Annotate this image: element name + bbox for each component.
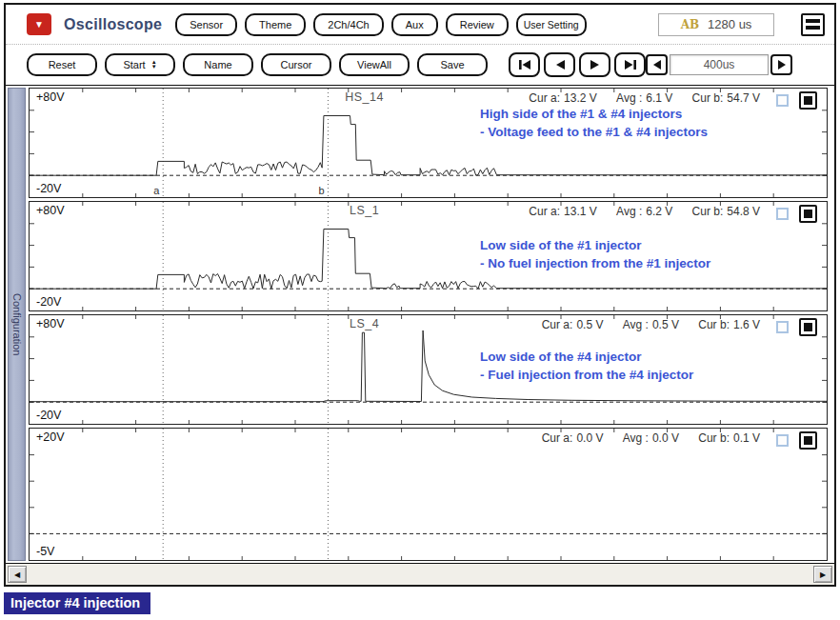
configuration-label: Configuration	[11, 293, 23, 355]
scope-area: Configuration ab +80V -20V HS_14 Cur a:1…	[6, 85, 834, 564]
channel-select-checkbox[interactable]	[776, 321, 789, 333]
channel-mode-button[interactable]: 2Ch/4Ch	[313, 13, 383, 36]
measurements: Cur a:13.2 V Avg :6.1 V Cur b:54.7 V	[529, 91, 760, 105]
voltage-min-label: -20V	[36, 295, 61, 309]
name-button[interactable]: Name	[183, 53, 253, 76]
cur-b-label: Cur b:	[698, 431, 730, 445]
cursor-button[interactable]: Cursor	[261, 53, 331, 76]
header-bar: ▼ Oscilloscope Sensor Theme 2Ch/4Ch Aux …	[6, 5, 834, 45]
media-controls	[509, 52, 646, 77]
start-button-label: Start	[123, 59, 145, 70]
cursor-time-value: 1280 us	[708, 17, 751, 31]
channel-panel-4: +20V -5V Cur a:0.0 V Avg :0.0 V Cur b:0.…	[29, 428, 828, 561]
oscilloscope-window: ▼ Oscilloscope Sensor Theme 2Ch/4Ch Aux …	[4, 3, 836, 587]
step-forward-button[interactable]	[579, 52, 610, 77]
channel-select-checkbox[interactable]	[776, 94, 789, 107]
cur-a-label: Cur a:	[529, 205, 560, 218]
toolbar: Reset Start ▲▼ Name Cursor ViewAll Save	[6, 45, 834, 85]
channel-enable-button[interactable]	[799, 91, 817, 110]
skip-to-end-button[interactable]	[614, 52, 646, 77]
aux-button[interactable]: Aux	[391, 13, 438, 36]
cur-a-value: 13.1 V	[564, 205, 597, 218]
waveform-plot	[30, 315, 827, 424]
cur-a-value: 13.2 V	[564, 91, 597, 105]
channel-enable-button[interactable]	[799, 431, 817, 450]
voltage-min-label: -5V	[36, 545, 54, 558]
app-title: Oscilloscope	[64, 16, 162, 33]
cur-b-value: 54.7 V	[727, 91, 760, 105]
user-setting-button[interactable]: User Setting	[516, 13, 587, 36]
diagnostic-annotation: Low side of the #4 injector - Fuel injec…	[480, 348, 693, 384]
channel-panel-ls1: +80V -20V LS_1 Cur a:13.1 V Avg :6.2 V C…	[29, 201, 828, 311]
channel-panel-ls4: +80V -20V LS_4 Cur a:0.5 V Avg :0.5 V Cu…	[29, 314, 828, 425]
channel-enable-button[interactable]	[799, 318, 817, 336]
waveform-plot	[30, 429, 827, 560]
voltage-max-label: +80V	[36, 317, 65, 330]
svg-text:b: b	[318, 185, 324, 196]
viewall-button[interactable]: ViewAll	[339, 53, 410, 76]
reset-button[interactable]: Reset	[27, 53, 97, 76]
start-button[interactable]: Start ▲▼	[105, 53, 175, 76]
cur-a-label: Cur a:	[542, 318, 573, 331]
channel-stack: ab +80V -20V HS_14 Cur a:13.2 V Avg :6.1…	[29, 88, 828, 561]
avg-value: 6.2 V	[646, 205, 672, 218]
timebase-value: 400us	[670, 54, 769, 75]
app-logo-icon[interactable]: ▼	[27, 13, 51, 35]
scroll-left-button[interactable]: ◀	[8, 566, 27, 583]
ab-cursor-icon: AB	[681, 18, 699, 31]
avg-label: Avg :	[623, 431, 649, 445]
cur-b-value: 0.1 V	[733, 431, 760, 445]
status-badge: Injector #4 injection	[4, 592, 150, 614]
cur-a-value: 0.0 V	[576, 431, 603, 445]
cur-b-value: 1.6 V	[733, 318, 760, 331]
measurements: Cur a:0.5 V Avg :0.5 V Cur b:1.6 V	[542, 318, 760, 331]
configuration-sidebar[interactable]: Configuration	[8, 88, 26, 561]
voltage-min-label: -20V	[36, 409, 61, 422]
save-button[interactable]: Save	[417, 53, 488, 76]
sensor-button[interactable]: Sensor	[175, 13, 237, 36]
review-button[interactable]: Review	[446, 13, 509, 36]
cur-b-label: Cur b:	[698, 318, 730, 331]
horizontal-scrollbar[interactable]: ◀ ▶	[6, 564, 834, 585]
measurements: Cur a:0.0 V Avg :0.0 V Cur b:0.1 V	[542, 431, 760, 445]
avg-value: 0.0 V	[652, 431, 679, 445]
scroll-right-button[interactable]: ▶	[813, 566, 832, 583]
menu-icon[interactable]	[801, 13, 825, 36]
cur-a-value: 0.5 V	[576, 318, 603, 331]
cursor-time-display: AB 1280 us	[658, 13, 774, 36]
voltage-max-label: +80V	[36, 204, 65, 217]
cur-b-value: 54.8 V	[727, 205, 760, 218]
timebase-decrease-button[interactable]	[646, 54, 668, 75]
channel-select-checkbox[interactable]	[776, 208, 789, 220]
measurements: Cur a:13.1 V Avg :6.2 V Cur b:54.8 V	[529, 205, 760, 218]
avg-label: Avg :	[623, 318, 649, 331]
signal-name: LS_1	[350, 204, 379, 217]
avg-value: 0.5 V	[652, 318, 679, 331]
signal-name: LS_4	[350, 317, 379, 330]
channel-select-checkbox[interactable]	[776, 434, 789, 447]
skip-to-start-button[interactable]	[509, 52, 540, 77]
channel-enable-button[interactable]	[799, 205, 817, 223]
cur-b-label: Cur b:	[692, 91, 724, 105]
cur-b-label: Cur b:	[692, 205, 724, 218]
spinner-icon: ▲▼	[151, 60, 157, 70]
cur-a-label: Cur a:	[529, 91, 560, 105]
avg-label: Avg :	[616, 205, 642, 218]
avg-label: Avg :	[616, 91, 642, 105]
timebase-selector: 400us	[646, 54, 792, 75]
cur-a-label: Cur a:	[542, 431, 573, 445]
diagnostic-annotation: Low side of the #1 injector - No fuel in…	[480, 236, 710, 272]
diagnostic-annotation: High side of the #1 & #4 injectors - Vol…	[480, 105, 708, 141]
voltage-max-label: +80V	[36, 90, 65, 104]
channel-panel-hs14: ab +80V -20V HS_14 Cur a:13.2 V Avg :6.1…	[29, 88, 828, 198]
voltage-max-label: +20V	[36, 430, 65, 444]
timebase-increase-button[interactable]	[770, 54, 792, 75]
avg-value: 6.1 V	[646, 91, 672, 105]
svg-text:a: a	[153, 185, 160, 196]
theme-button[interactable]: Theme	[245, 13, 306, 36]
step-back-button[interactable]	[544, 52, 575, 77]
signal-name: HS_14	[345, 90, 384, 104]
voltage-min-label: -20V	[36, 182, 61, 195]
